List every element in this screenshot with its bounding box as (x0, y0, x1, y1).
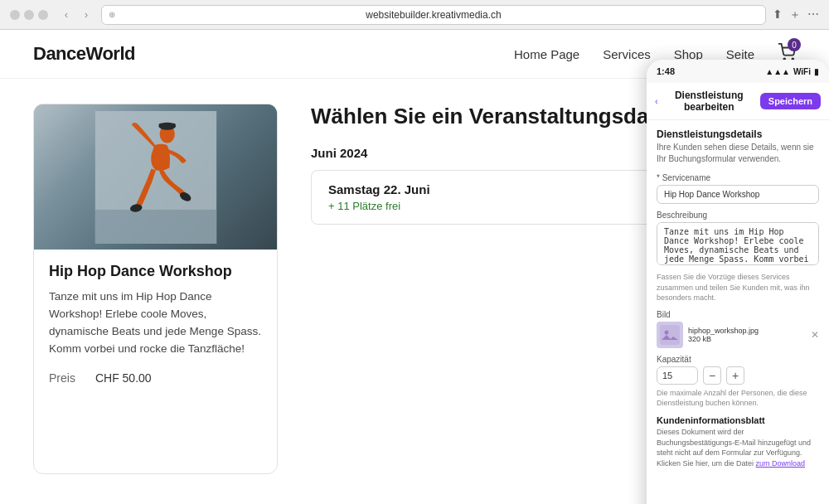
address-bar[interactable]: ⊕ websitebuilder.kreativmedia.ch (101, 5, 766, 25)
mobile-image-size: 320 kB (688, 335, 806, 343)
battery-icon: ▮ (814, 67, 819, 76)
mobile-section-desc: Ihre Kunden sehen diese Details, wenn si… (657, 142, 819, 165)
svg-rect-6 (158, 123, 175, 127)
nav-shop[interactable]: Shop (674, 47, 703, 61)
svg-rect-9 (660, 325, 680, 345)
svg-rect-3 (95, 209, 216, 243)
mobile-description-textarea[interactable]: Tanze mit uns im Hip Hop Dance Workshop!… (657, 222, 819, 265)
service-card-body: Hip Hop Dance Workshop Tanze mit uns im … (34, 250, 277, 398)
mobile-description-hint: Fassen Sie die Vorzüge dieses Services z… (657, 272, 819, 303)
maximize-btn[interactable] (38, 10, 48, 20)
mobile-save-button[interactable]: Speichern (760, 93, 821, 109)
back-arrow[interactable]: ‹ (58, 7, 75, 23)
nav-home[interactable]: Home Page (514, 47, 579, 61)
mobile-kapazitat-hint: Die maximale Anzahl der Personen, die di… (657, 388, 819, 409)
browser-chrome: ‹ › ⊕ websitebuilder.kreativmedia.ch ⬆ ＋… (0, 0, 829, 30)
mobile-image-remove[interactable]: ✕ (811, 329, 819, 341)
mobile-kundeninfo-link[interactable]: zum Download (756, 459, 806, 468)
close-btn[interactable] (10, 10, 20, 20)
mobile-status-bar: 1:48 ▲▲▲ WiFi ▮ (647, 60, 829, 83)
minimize-btn[interactable] (24, 10, 34, 20)
mobile-back-button[interactable]: ‹ (655, 96, 658, 106)
mobile-kundeninfo-desc: Dieses Dokument wird der Buchungsbestäti… (657, 427, 819, 468)
service-card-image (34, 104, 277, 250)
mobile-topbar: ‹ Dienstleistung bearbeiten Speichern (647, 83, 829, 120)
price-label: Preis (49, 371, 75, 385)
mobile-status-icons: ▲▲▲ WiFi ▮ (765, 67, 819, 76)
service-price-row: Preis CHF 50.00 (49, 371, 262, 385)
date-slot-left: Samstag 22. Juni 11 Plätze frei (328, 182, 430, 212)
mobile-capacity-row: − + (657, 366, 819, 385)
service-title: Hip Hop Dance Workshop (49, 263, 262, 280)
browser-actions: ⬆ ＋ ⋯ (773, 7, 819, 22)
mobile-description-label: Beschreibung (657, 211, 819, 220)
lock-icon: ⊕ (109, 10, 115, 19)
wifi-icon: WiFi (793, 67, 811, 76)
date-slot-spots: 11 Plätze frei (328, 200, 430, 212)
browser-window-buttons (10, 10, 48, 20)
menu-icon[interactable]: ⋯ (807, 7, 819, 22)
mobile-image-filename: hiphop_workshop.jpg (688, 327, 806, 335)
plus-icon[interactable]: ＋ (789, 7, 801, 22)
nav-seite[interactable]: Seite (726, 47, 754, 61)
mobile-service-name-label: * Servicename (657, 173, 819, 182)
price-value: CHF 50.00 (95, 371, 152, 385)
forward-arrow[interactable]: › (78, 7, 95, 23)
mobile-image-row: hiphop_workshop.jpg 320 kB ✕ (657, 322, 819, 348)
mobile-section-title: Dienstleistungsdetails (657, 128, 819, 140)
mobile-bild-label: Bild (657, 310, 819, 319)
mobile-capacity-decrease[interactable]: − (703, 366, 721, 385)
url-text: websitebuilder.kreativmedia.ch (366, 9, 501, 21)
mobile-kapazitat-label: Kapazität (657, 355, 819, 364)
logo: DanceWorld (33, 43, 135, 65)
nav-services[interactable]: Services (603, 47, 651, 61)
service-description: Tanze mit uns im Hip Hop Dance Workshop!… (49, 288, 262, 358)
date-slot-name: Samstag 22. Juni (328, 182, 430, 196)
mobile-time: 1:48 (657, 66, 675, 76)
mobile-image-thumb (657, 322, 683, 348)
share-icon[interactable]: ⬆ (773, 7, 783, 22)
browser-nav: ‹ › (58, 7, 95, 23)
service-card: Hip Hop Dance Workshop Tanze mit uns im … (33, 104, 278, 474)
cart-badge: 0 (788, 38, 801, 51)
mobile-kundeninfo-title: Kundeninformationsblatt (657, 415, 819, 425)
mobile-capacity-input[interactable] (657, 366, 698, 385)
svg-point-10 (665, 330, 669, 334)
mobile-panel: 1:48 ▲▲▲ WiFi ▮ ‹ Dienstleistung bearbei… (647, 60, 829, 504)
mobile-topbar-title: Dienstleistung bearbeiten (663, 90, 755, 113)
mobile-form: Dienstleistungsdetails Ihre Kunden sehen… (647, 120, 829, 504)
mobile-service-name-input[interactable] (657, 185, 819, 204)
signal-icon: ▲▲▲ (765, 67, 790, 76)
website-content: DanceWorld Home Page Services Shop Seite… (0, 30, 829, 504)
dancer-figure (34, 104, 277, 250)
mobile-capacity-increase[interactable]: + (726, 366, 744, 385)
mobile-image-info: hiphop_workshop.jpg 320 kB (688, 327, 806, 343)
